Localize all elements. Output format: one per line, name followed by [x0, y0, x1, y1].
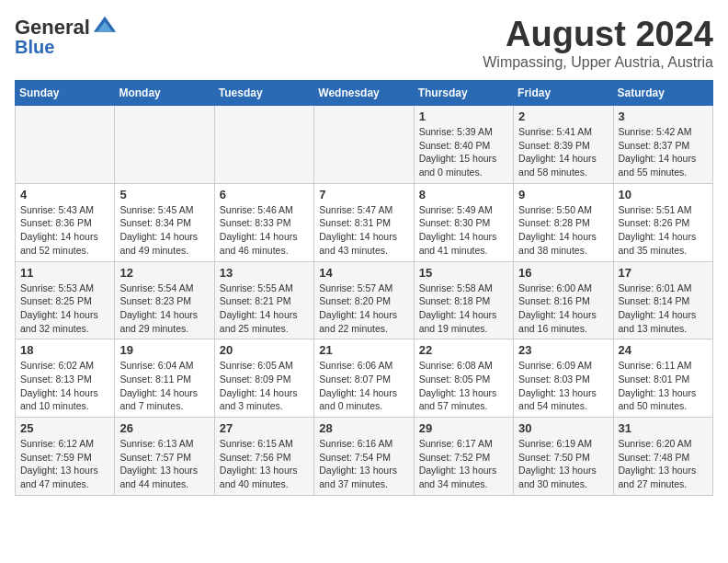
day-number: 27 — [220, 421, 309, 435]
calendar-cell — [16, 106, 115, 184]
day-number: 25 — [20, 421, 109, 435]
calendar-cell: 8Sunrise: 5:49 AMSunset: 8:30 PMDaylight… — [414, 183, 513, 261]
calendar-table: SundayMondayTuesdayWednesdayThursdayFrid… — [15, 80, 713, 496]
calendar-cell: 24Sunrise: 6:11 AMSunset: 8:01 PMDayligh… — [613, 339, 712, 418]
header-saturday: Saturday — [613, 81, 712, 106]
calendar-cell: 2Sunrise: 5:41 AMSunset: 8:39 PMDaylight… — [514, 106, 613, 184]
day-info: Sunrise: 6:00 AMSunset: 8:16 PMDaylight:… — [518, 282, 608, 336]
day-number: 14 — [319, 266, 408, 280]
calendar-cell: 16Sunrise: 6:00 AMSunset: 8:16 PMDayligh… — [514, 261, 613, 339]
calendar-week-row: 11Sunrise: 5:53 AMSunset: 8:25 PMDayligh… — [16, 261, 713, 339]
day-info: Sunrise: 6:05 AMSunset: 8:09 PMDaylight:… — [220, 359, 309, 413]
calendar-cell: 6Sunrise: 5:46 AMSunset: 8:33 PMDaylight… — [214, 183, 313, 261]
day-number: 18 — [20, 343, 109, 357]
day-number: 22 — [419, 343, 508, 357]
day-info: Sunrise: 6:09 AMSunset: 8:03 PMDaylight:… — [518, 359, 608, 413]
day-number: 23 — [518, 343, 608, 357]
calendar-cell: 12Sunrise: 5:54 AMSunset: 8:23 PMDayligh… — [115, 261, 214, 339]
day-number: 24 — [619, 343, 708, 357]
calendar-cell: 7Sunrise: 5:47 AMSunset: 8:31 PMDaylight… — [314, 183, 414, 261]
day-info: Sunrise: 5:53 AMSunset: 8:25 PMDaylight:… — [20, 282, 109, 336]
calendar-cell: 10Sunrise: 5:51 AMSunset: 8:26 PMDayligh… — [613, 183, 712, 261]
day-info: Sunrise: 6:12 AMSunset: 7:59 PMDaylight:… — [20, 437, 109, 491]
calendar-cell: 13Sunrise: 5:55 AMSunset: 8:21 PMDayligh… — [214, 261, 313, 339]
calendar-cell: 4Sunrise: 5:43 AMSunset: 8:36 PMDaylight… — [16, 183, 115, 261]
day-number: 31 — [619, 421, 708, 435]
day-info: Sunrise: 5:39 AMSunset: 8:40 PMDaylight:… — [419, 125, 508, 179]
calendar-cell: 28Sunrise: 6:16 AMSunset: 7:54 PMDayligh… — [314, 418, 414, 496]
day-number: 3 — [619, 109, 708, 123]
page-header: General Blue August 2024 Wimpassing, Upp… — [15, 15, 713, 71]
day-number: 17 — [619, 266, 708, 280]
day-info: Sunrise: 6:20 AMSunset: 7:48 PMDaylight:… — [619, 437, 708, 491]
day-info: Sunrise: 6:15 AMSunset: 7:56 PMDaylight:… — [220, 437, 309, 491]
header-tuesday: Tuesday — [214, 81, 313, 106]
day-number: 30 — [518, 421, 608, 435]
day-info: Sunrise: 5:58 AMSunset: 8:18 PMDaylight:… — [419, 282, 508, 336]
day-info: Sunrise: 6:11 AMSunset: 8:01 PMDaylight:… — [619, 359, 708, 413]
day-number: 29 — [419, 421, 508, 435]
calendar-cell: 31Sunrise: 6:20 AMSunset: 7:48 PMDayligh… — [613, 418, 712, 496]
day-number: 5 — [119, 188, 209, 201]
day-info: Sunrise: 5:41 AMSunset: 8:39 PMDaylight:… — [518, 125, 608, 179]
day-info: Sunrise: 6:06 AMSunset: 8:07 PMDaylight:… — [319, 359, 408, 413]
day-info: Sunrise: 5:57 AMSunset: 8:20 PMDaylight:… — [319, 282, 408, 336]
day-number: 19 — [119, 343, 209, 357]
title-block: August 2024 Wimpassing, Upper Austria, A… — [483, 15, 713, 71]
day-number: 7 — [319, 188, 408, 201]
day-info: Sunrise: 5:54 AMSunset: 8:23 PMDaylight:… — [119, 282, 209, 336]
calendar-cell: 25Sunrise: 6:12 AMSunset: 7:59 PMDayligh… — [16, 418, 115, 496]
calendar-cell — [314, 106, 414, 184]
calendar-cell: 15Sunrise: 5:58 AMSunset: 8:18 PMDayligh… — [414, 261, 513, 339]
day-number: 2 — [518, 109, 608, 123]
calendar-cell: 9Sunrise: 5:50 AMSunset: 8:28 PMDaylight… — [514, 183, 613, 261]
day-info: Sunrise: 5:46 AMSunset: 8:33 PMDaylight:… — [220, 203, 309, 258]
calendar-cell: 30Sunrise: 6:19 AMSunset: 7:50 PMDayligh… — [514, 418, 613, 496]
calendar-week-row: 4Sunrise: 5:43 AMSunset: 8:36 PMDaylight… — [16, 183, 713, 261]
calendar-week-row: 25Sunrise: 6:12 AMSunset: 7:59 PMDayligh… — [16, 418, 713, 496]
calendar-cell — [115, 106, 214, 184]
day-number: 26 — [119, 421, 209, 435]
calendar-cell: 18Sunrise: 6:02 AMSunset: 8:13 PMDayligh… — [16, 339, 115, 418]
day-info: Sunrise: 5:55 AMSunset: 8:21 PMDaylight:… — [220, 282, 309, 336]
day-info: Sunrise: 5:45 AMSunset: 8:34 PMDaylight:… — [119, 203, 209, 258]
day-info: Sunrise: 6:16 AMSunset: 7:54 PMDaylight:… — [319, 437, 408, 491]
day-number: 6 — [220, 188, 309, 201]
calendar-cell: 19Sunrise: 6:04 AMSunset: 8:11 PMDayligh… — [115, 339, 214, 418]
header-sunday: Sunday — [16, 81, 115, 106]
calendar-cell: 23Sunrise: 6:09 AMSunset: 8:03 PMDayligh… — [514, 339, 613, 418]
day-number: 13 — [220, 266, 309, 280]
day-info: Sunrise: 6:02 AMSunset: 8:13 PMDaylight:… — [20, 359, 109, 413]
calendar-cell: 21Sunrise: 6:06 AMSunset: 8:07 PMDayligh… — [314, 339, 414, 418]
day-number: 9 — [518, 188, 608, 201]
calendar-cell: 11Sunrise: 5:53 AMSunset: 8:25 PMDayligh… — [16, 261, 115, 339]
day-info: Sunrise: 5:43 AMSunset: 8:36 PMDaylight:… — [20, 203, 109, 258]
day-number: 28 — [319, 421, 408, 435]
calendar-cell: 27Sunrise: 6:15 AMSunset: 7:56 PMDayligh… — [214, 418, 313, 496]
calendar-week-row: 1Sunrise: 5:39 AMSunset: 8:40 PMDaylight… — [16, 106, 713, 184]
day-info: Sunrise: 6:17 AMSunset: 7:52 PMDaylight:… — [419, 437, 508, 491]
calendar-cell: 14Sunrise: 5:57 AMSunset: 8:20 PMDayligh… — [314, 261, 414, 339]
day-info: Sunrise: 6:08 AMSunset: 8:05 PMDaylight:… — [419, 359, 508, 413]
calendar-cell: 17Sunrise: 6:01 AMSunset: 8:14 PMDayligh… — [613, 261, 712, 339]
day-number: 11 — [20, 266, 109, 280]
day-number: 1 — [419, 109, 508, 123]
header-thursday: Thursday — [414, 81, 513, 106]
calendar-cell: 26Sunrise: 6:13 AMSunset: 7:57 PMDayligh… — [115, 418, 214, 496]
calendar-cell — [214, 106, 313, 184]
day-number: 15 — [419, 266, 508, 280]
logo: General Blue — [15, 15, 118, 58]
day-info: Sunrise: 6:19 AMSunset: 7:50 PMDaylight:… — [518, 437, 608, 491]
calendar-cell: 5Sunrise: 5:45 AMSunset: 8:34 PMDaylight… — [115, 183, 214, 261]
calendar-cell: 22Sunrise: 6:08 AMSunset: 8:05 PMDayligh… — [414, 339, 513, 418]
day-info: Sunrise: 5:51 AMSunset: 8:26 PMDaylight:… — [619, 203, 708, 258]
logo-blue-text: Blue — [15, 37, 54, 58]
calendar-cell: 29Sunrise: 6:17 AMSunset: 7:52 PMDayligh… — [414, 418, 513, 496]
day-number: 8 — [419, 188, 508, 201]
day-number: 4 — [20, 188, 109, 201]
calendar-cell: 20Sunrise: 6:05 AMSunset: 8:09 PMDayligh… — [214, 339, 313, 418]
day-number: 10 — [619, 188, 708, 201]
day-info: Sunrise: 5:42 AMSunset: 8:37 PMDaylight:… — [619, 125, 708, 179]
subtitle: Wimpassing, Upper Austria, Austria — [483, 54, 713, 71]
logo-icon — [92, 15, 118, 40]
